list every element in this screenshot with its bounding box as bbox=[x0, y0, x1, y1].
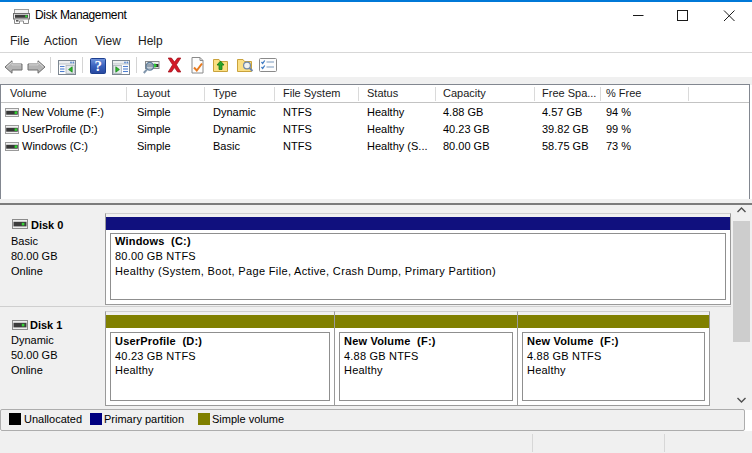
svg-text:?: ? bbox=[94, 58, 102, 74]
